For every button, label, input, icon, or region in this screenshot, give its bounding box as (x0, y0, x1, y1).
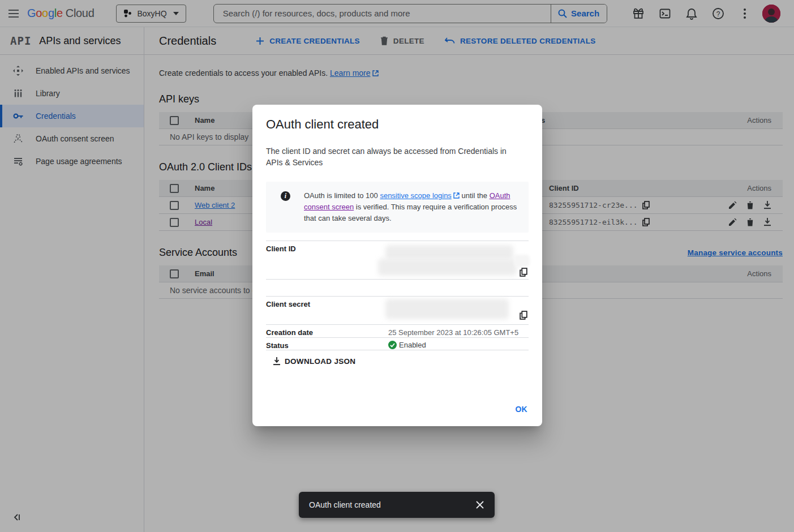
creation-date-row: Creation date 25 September 2023 at 10:26… (266, 324, 529, 337)
redacted-value (385, 299, 509, 319)
creation-date-label: Creation date (266, 325, 388, 337)
status-label: Status (266, 338, 388, 350)
client-id-row: Client ID (266, 241, 529, 279)
status-row: Status Enabled (266, 337, 529, 350)
copy-client-secret-icon[interactable] (520, 311, 527, 320)
oauth-limit-notice: i OAuth is limited to 100 sensitive scop… (266, 182, 529, 233)
client-secret-value-redacted (388, 297, 529, 324)
redacted-value (378, 259, 517, 276)
status-value: Enabled (388, 338, 529, 350)
snackbar-message: OAuth client created (309, 500, 381, 509)
snackbar: OAuth client created (299, 492, 495, 518)
row-spacer (266, 279, 529, 296)
info-icon: i (281, 191, 290, 201)
notice-mid: until the (460, 191, 490, 200)
redacted-value (514, 255, 530, 267)
sensitive-scope-logins-link[interactable]: sensitive scope logins (380, 191, 451, 200)
client-secret-label: Client secret (266, 297, 388, 324)
notice-text: OAuth is limited to 100 sensitive scope … (304, 190, 521, 224)
client-id-value-redacted (388, 241, 529, 279)
external-link-icon (453, 192, 460, 199)
copy-client-id-icon[interactable] (520, 268, 527, 277)
status-text: Enabled (399, 341, 426, 349)
client-id-label: Client ID (266, 241, 388, 279)
download-row: DOWNLOAD JSON (266, 357, 529, 366)
dialog-subtitle: The client ID and secret can always be a… (266, 145, 521, 168)
notice-pre: OAuth is limited to 100 (304, 191, 380, 200)
oauth-client-created-dialog: OAuth client created The client ID and s… (252, 105, 542, 426)
download-icon (273, 357, 281, 366)
dialog-title: OAuth client created (266, 117, 529, 132)
close-icon[interactable] (474, 499, 486, 510)
check-circle-icon (388, 341, 397, 349)
download-json-button[interactable]: DOWNLOAD JSON (273, 357, 355, 366)
client-secret-row: Client secret (266, 296, 529, 324)
download-json-label: DOWNLOAD JSON (285, 357, 355, 366)
ok-button[interactable]: OK (515, 405, 527, 414)
redacted-value (385, 245, 513, 260)
creation-date-value: 25 September 2023 at 10:26:05 GMT+5 (388, 325, 529, 337)
